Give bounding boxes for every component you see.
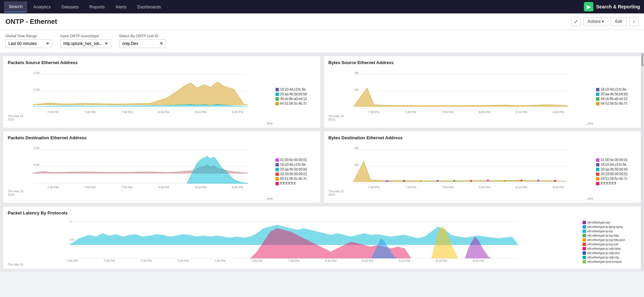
input-ontp-label: Input ONTP sourcetype xyxy=(60,34,111,38)
legend-item: 18:c0:4d:c3:fc:9a xyxy=(596,88,636,91)
legend-item: 64:51:06:5c:4b:7c xyxy=(276,102,316,105)
bytes-dst-title: Bytes Destination Ethernet Address xyxy=(329,135,637,140)
legend-color xyxy=(596,172,599,176)
legend-item: eth:ethertype:ipv6:icmpv6 xyxy=(583,260,636,263)
top-navigation: Search Analytics Datasets Reports Alerts… xyxy=(0,0,644,13)
global-time-filter: Global Time Range Last 60 minutes xyxy=(5,34,52,48)
legend-color xyxy=(596,158,599,162)
legend-label: eth:ethertype:ipv6:icmpv6 xyxy=(587,260,622,263)
header-bar: ONTP - Ethernet ⤢ Actions ▾ Edit › xyxy=(0,13,644,30)
svg-point-45 xyxy=(503,180,505,182)
svg-point-40 xyxy=(419,180,422,182)
legend-item: 20:aa:4b:5b:b6:b0 xyxy=(596,92,636,96)
legend-color xyxy=(583,243,586,246)
packet-latency-legend: eth:ethertype:arp eth:ethertype:ip:igmp:… xyxy=(583,218,636,266)
legend-item: eth:ethertype:ip:udp:dns xyxy=(583,251,636,255)
svg-point-39 xyxy=(403,180,405,182)
bytes-src-svg: 2M 1M 7:30 PM 7:40 PM 7:50 PM 8:00 PM 8:… xyxy=(329,68,594,115)
legend-item: 33:33:00:00:00:01 xyxy=(596,172,636,176)
legend-label: 20:aa:4b:5b:b6:b0 xyxy=(601,92,628,96)
legend-item: 44:cb:8b:a0:ed:12 xyxy=(276,97,316,101)
legend-color xyxy=(596,177,599,181)
svg-text:8:00 PM: 8:00 PM xyxy=(158,186,169,189)
packets-dst-panel: Packets Destination Ethernet Address 1.0… xyxy=(3,131,321,203)
legend-color xyxy=(596,163,599,166)
page-title: ONTP - Ethernet xyxy=(5,18,571,26)
svg-text:7:25 PM: 7:25 PM xyxy=(67,259,78,262)
svg-text:7:30 PM: 7:30 PM xyxy=(47,186,59,189)
input-ontp-select[interactable]: http:splunk_hec_tok... xyxy=(60,39,111,48)
packet-latency-svg-container: 1 0.5 7:25 PM xyxy=(8,218,580,266)
svg-text:7:30 PM: 7:30 PM xyxy=(368,186,379,189)
svg-text:8:20 PM: 8:20 PM xyxy=(552,110,564,114)
legend-item: 33:33:00:00:00:01 xyxy=(276,172,316,176)
svg-text:8:20 PM: 8:20 PM xyxy=(232,186,243,189)
nav-item-reports[interactable]: Reports xyxy=(85,2,110,12)
legend-label: 20:aa:4b:5b:b6:b0 xyxy=(280,92,307,96)
svg-text:7:40 PM: 7:40 PM xyxy=(405,110,416,114)
legend-label: 20:aa:4b:5b:b6:b0 xyxy=(280,167,307,171)
legend-color xyxy=(583,238,586,242)
svg-text:8:15 PM: 8:15 PM xyxy=(436,259,447,262)
scrollbar-thumb[interactable] xyxy=(641,53,643,66)
legend-label: 44:cb:8b:a0:ed:12 xyxy=(601,97,628,101)
scrollbar-track[interactable] xyxy=(641,53,643,272)
legend-label: eth:ethertype:arp xyxy=(587,221,610,224)
packets-src-svg: 1.0K 0.5K 7:30 PM 7:40 PM 7:50 PM 8:00 P… xyxy=(8,68,273,115)
bytes-dst-panel: Bytes Destination Ethernet Address 2M 1M xyxy=(324,131,642,203)
legend-label: 01:00:5e:00:00:01 xyxy=(280,158,307,162)
legend-label: eth:ethertype:ip:udp:dns xyxy=(587,251,620,255)
bytes-dst-svg: 2M 1M xyxy=(329,143,594,190)
legend-label: 18:c0:4d:c3:fc:9a xyxy=(601,88,626,91)
legend-label: eth:ethertype:ip:tcp:http xyxy=(587,234,619,237)
legend-color xyxy=(276,158,279,162)
nav-item-search[interactable]: Search xyxy=(4,1,27,12)
svg-text:8:00 PM: 8:00 PM xyxy=(479,186,490,189)
legend-color xyxy=(596,102,599,105)
legend-color xyxy=(276,93,279,96)
svg-text:8:10 PM: 8:10 PM xyxy=(195,110,206,114)
svg-text:7:30 PM: 7:30 PM xyxy=(368,110,379,114)
expand-button[interactable]: ⤢ xyxy=(571,17,581,26)
legend-item: eth:ethertype:ip:igmp:igmp xyxy=(583,225,636,229)
bytes-dst-chart-area: 2M 1M xyxy=(329,143,637,200)
nav-item-dashboards[interactable]: Dashboards xyxy=(133,2,165,12)
nav-item-datasets[interactable]: Datasets xyxy=(57,2,83,12)
legend-item: 20:aa:4b:5b:b6:b0 xyxy=(596,167,636,171)
svg-text:7:35 PM: 7:35 PM xyxy=(141,259,152,262)
legend-label: 01:00:5e:00:00:01 xyxy=(601,158,628,162)
svg-text:7:45 PM: 7:45 PM xyxy=(214,259,226,262)
legend-label: 18:c0:4d:c3:fc:9a xyxy=(280,88,306,91)
legend-item: 64:51:06:5c:4b:7c xyxy=(596,177,636,181)
legend-item: ff:ff:ff:ff:ff:ff xyxy=(276,182,316,185)
svg-text:7:50 PM: 7:50 PM xyxy=(442,186,453,189)
svg-text:2M: 2M xyxy=(354,71,358,75)
svg-text:1.0K: 1.0K xyxy=(34,71,40,75)
bytes-src-date: Thu Mar 232023 xyxy=(329,114,344,121)
svg-text:8:20 PM: 8:20 PM xyxy=(552,186,564,189)
svg-text:8:00 PM: 8:00 PM xyxy=(158,110,169,114)
brand-label: Search & Reporting xyxy=(596,4,640,9)
svg-text:8:00 PM: 8:00 PM xyxy=(325,259,337,262)
packets-dst-legend: 01:00:5e:00:00:01 18:c0:4d:c3:fc:9a 20:a… xyxy=(276,143,316,200)
bytes-dst-legend: 01:00:5e:00:00:01 18:c0:4d:c3:fc:9a 20:a… xyxy=(596,143,636,200)
legend-item: 18:c0:4d:c3:fc:9a xyxy=(596,163,636,166)
global-time-select[interactable]: Last 60 minutes xyxy=(5,39,52,48)
legend-label: 33:33:00:00:00:01 xyxy=(601,172,628,176)
edit-button[interactable]: Edit xyxy=(611,17,627,26)
legend-color xyxy=(276,88,279,91)
next-button[interactable]: › xyxy=(629,17,639,26)
svg-text:7:55 PM: 7:55 PM xyxy=(288,259,300,262)
nav-item-analytics[interactable]: Analytics xyxy=(29,2,55,12)
actions-button[interactable]: Actions ▾ xyxy=(583,17,608,26)
legend-label: 44:cb:8b:a0:ed:12 xyxy=(280,97,307,101)
svg-text:8:10 PM: 8:10 PM xyxy=(195,186,206,189)
svg-text:7:50 PM: 7:50 PM xyxy=(442,110,453,114)
legend-color xyxy=(583,230,586,233)
legend-label: 64:51:06:5c:4b:7c xyxy=(601,177,628,181)
packets-src-svg-container: 1.0K 0.5K 7:30 PM 7:40 PM 7:50 PM 8:00 P… xyxy=(8,68,273,125)
unit-id-select[interactable]: ontp:Dev xyxy=(119,39,166,48)
packets-dst-chart-area: 1.0K 0.5K 7:30 PM 7:40 PM 7:50 PM 8:00 P… xyxy=(8,143,316,200)
nav-item-alerts[interactable]: Alerts xyxy=(111,2,131,12)
unit-id-label: Select By ONTP Unit ID xyxy=(119,34,166,38)
